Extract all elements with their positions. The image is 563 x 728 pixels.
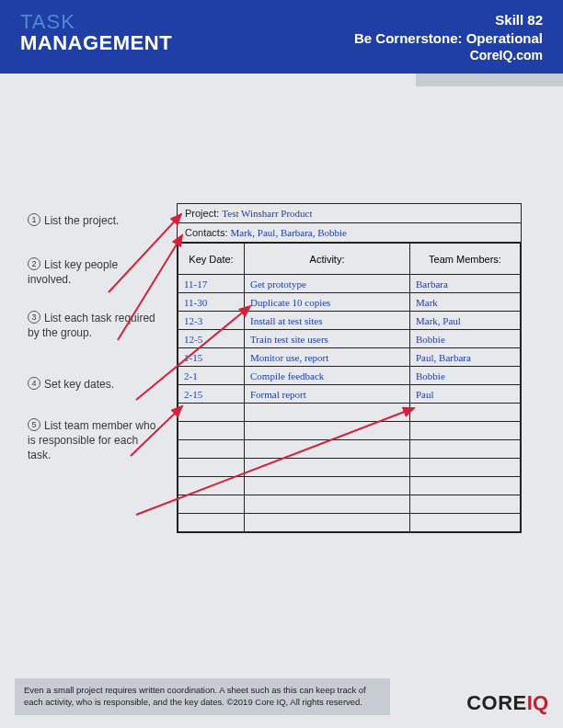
callout-number: 3 bbox=[28, 311, 40, 324]
callout-text: List the project. bbox=[44, 214, 119, 227]
cell-activity: Train test site users bbox=[245, 330, 410, 348]
title-line-1: TASK bbox=[20, 11, 172, 32]
project-value: Test Winsharr Product bbox=[222, 208, 312, 219]
table-row: 12-3Install at test sitesMark, Paul bbox=[178, 312, 521, 330]
col-header-team: Team Members: bbox=[410, 244, 521, 275]
table-header-row: Key Date: Activity: Team Members: bbox=[178, 244, 521, 275]
contacts-label: Contacts: bbox=[185, 227, 227, 238]
callout-5: 5List team member who is responsible for… bbox=[28, 418, 156, 463]
cell-team: Mark bbox=[410, 293, 521, 312]
table-row-blank bbox=[178, 459, 521, 477]
page-title: TASK MANAGEMENT bbox=[20, 11, 172, 74]
footer: Even a small project requires written co… bbox=[15, 678, 548, 715]
cell-activity: Formal report bbox=[245, 385, 410, 404]
cell-date: 12-3 bbox=[178, 312, 245, 330]
header-accent-tab bbox=[416, 74, 563, 86]
cell-activity: Get prototype bbox=[245, 275, 410, 293]
cell-date: 2-1 bbox=[178, 367, 245, 385]
cell-blank bbox=[410, 422, 521, 440]
site-name: CoreIQ.com bbox=[354, 47, 543, 63]
cell-blank bbox=[410, 404, 521, 422]
callout-4: 4Set key dates. bbox=[28, 377, 114, 392]
cell-date: 12-5 bbox=[178, 330, 245, 348]
table-row-blank bbox=[178, 514, 521, 532]
cell-blank bbox=[410, 514, 521, 532]
footer-note: Even a small project requires written co… bbox=[15, 678, 390, 715]
task-sheet: Project: Test Winsharr Product Contacts:… bbox=[177, 203, 522, 533]
col-header-activity: Activity: bbox=[245, 244, 410, 275]
table-row: 2-15Formal reportPaul bbox=[178, 385, 521, 404]
table-row-blank bbox=[178, 495, 521, 514]
cell-activity: Install at test sites bbox=[245, 312, 410, 330]
cell-team: Bobbie bbox=[410, 367, 521, 385]
cell-blank bbox=[245, 514, 410, 532]
task-table: Key Date: Activity: Team Members: 11-17G… bbox=[178, 243, 521, 532]
cell-team: Barbara bbox=[410, 275, 521, 293]
cell-blank bbox=[410, 459, 521, 477]
cell-team: Mark, Paul bbox=[410, 312, 521, 330]
cell-date: 2-15 bbox=[178, 385, 245, 404]
table-row: 12-5Train test site usersBobbie bbox=[178, 330, 521, 348]
cell-activity: Duplicate 10 copies bbox=[245, 293, 410, 312]
header-meta: Skill 82 Be Cornerstone: Operational Cor… bbox=[354, 11, 543, 74]
skill-category: Be Cornerstone: Operational bbox=[354, 29, 543, 48]
cell-activity: Compile feedback bbox=[245, 367, 410, 385]
project-label: Project: bbox=[185, 208, 219, 219]
cell-date: 11-17 bbox=[178, 275, 245, 293]
cell-blank bbox=[245, 422, 410, 440]
callout-text: List team member who is responsible for … bbox=[28, 419, 155, 461]
table-row: 2-1Compile feedbackBobbie bbox=[178, 367, 521, 385]
logo-iq: IQ bbox=[527, 691, 548, 714]
callout-number: 1 bbox=[28, 213, 40, 226]
skill-number: Skill 82 bbox=[354, 11, 543, 29]
callout-text: List key people involved. bbox=[28, 258, 118, 286]
callout-text: List each task required by the group. bbox=[28, 312, 155, 339]
brand-logo: COREIQ bbox=[466, 691, 548, 715]
cell-date: 1-15 bbox=[178, 348, 245, 367]
cell-date: 11-30 bbox=[178, 293, 245, 312]
callout-text: Set key dates. bbox=[44, 378, 114, 391]
table-row: 11-30Duplicate 10 copiesMark bbox=[178, 293, 521, 312]
table-row-blank bbox=[178, 422, 521, 440]
callout-2: 2List key people involved. bbox=[28, 257, 156, 287]
cell-blank bbox=[410, 440, 521, 459]
cell-team: Bobbie bbox=[410, 330, 521, 348]
cell-blank bbox=[245, 440, 410, 459]
table-row-blank bbox=[178, 477, 521, 495]
cell-blank bbox=[178, 514, 245, 532]
cell-blank bbox=[410, 495, 521, 514]
project-row: Project: Test Winsharr Product bbox=[178, 204, 521, 223]
cell-blank bbox=[410, 477, 521, 495]
cell-blank bbox=[178, 477, 245, 495]
cell-activity: Monitor use, report bbox=[245, 348, 410, 367]
header-bar: TASK MANAGEMENT Skill 82 Be Cornerstone:… bbox=[0, 0, 563, 74]
callout-number: 4 bbox=[28, 377, 40, 390]
cell-blank bbox=[178, 459, 245, 477]
cell-blank bbox=[178, 495, 245, 514]
title-line-2: MANAGEMENT bbox=[20, 32, 172, 53]
contacts-row: Contacts: Mark, Paul, Barbara, Bobbie bbox=[178, 223, 521, 243]
table-row: 11-17Get prototypeBarbara bbox=[178, 275, 521, 293]
cell-blank bbox=[245, 477, 410, 495]
table-row: 1-15Monitor use, reportPaul, Barbara bbox=[178, 348, 521, 367]
col-header-date: Key Date: bbox=[178, 244, 245, 275]
table-row-blank bbox=[178, 440, 521, 459]
cell-blank bbox=[178, 422, 245, 440]
cell-blank bbox=[178, 404, 245, 422]
cell-team: Paul bbox=[410, 385, 521, 404]
cell-blank bbox=[245, 404, 410, 422]
table-row-blank bbox=[178, 404, 521, 422]
cell-blank bbox=[245, 495, 410, 514]
cell-team: Paul, Barbara bbox=[410, 348, 521, 367]
logo-core: CORE bbox=[466, 691, 527, 714]
contacts-value: Mark, Paul, Barbara, Bobbie bbox=[231, 227, 347, 238]
callout-1: 1List the project. bbox=[28, 213, 119, 228]
callout-number: 5 bbox=[28, 418, 40, 431]
callout-3: 3List each task required by the group. bbox=[28, 311, 156, 340]
cell-blank bbox=[178, 440, 245, 459]
cell-blank bbox=[245, 459, 410, 477]
callout-number: 2 bbox=[28, 257, 40, 270]
